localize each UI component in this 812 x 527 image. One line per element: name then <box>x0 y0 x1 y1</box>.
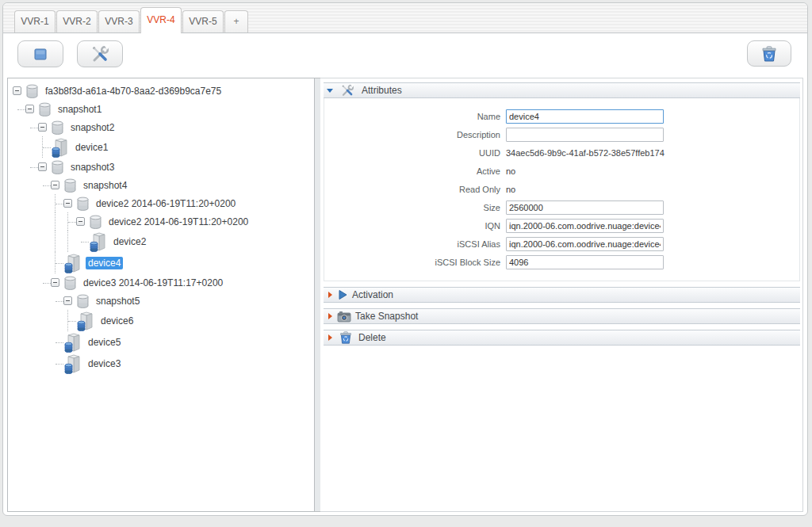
collapse-expander-icon[interactable] <box>76 217 85 226</box>
tab-vvr-1[interactable]: VVR-1 <box>14 10 56 32</box>
field-row-iqn: IQN <box>324 216 799 235</box>
field-row-iscsi-alias: iSCSI Alias <box>324 235 799 253</box>
content-area: fa3b8f3d-a61a-4b70-8aa2-d369b9ca7e75snap… <box>7 78 803 512</box>
add-tab-button[interactable]: + <box>224 10 248 32</box>
database-icon <box>88 215 103 229</box>
database-icon <box>50 120 65 135</box>
trash-icon <box>339 330 353 345</box>
field-label: Name <box>324 112 500 121</box>
collapse-expander-icon[interactable] <box>51 181 59 189</box>
take-snapshot-section-title: Take Snapshot <box>355 309 418 323</box>
tab-vvr-3[interactable]: VVR-3 <box>98 10 140 32</box>
tree-node-fa3b8f3d-a61a-4b70-8aa2-d369b9ca7e75[interactable]: fa3b8f3d-a61a-4b70-8aa2-d369b9ca7e75 <box>8 82 314 100</box>
attributes-section-header[interactable]: Attributes <box>324 82 800 98</box>
server-icon <box>63 353 82 374</box>
tree-node-device5[interactable]: device5 <box>8 331 314 353</box>
tree-node-device4[interactable]: device4 <box>8 252 314 273</box>
delete-vvr-button[interactable] <box>747 40 791 67</box>
iqn-field[interactable] <box>506 219 664 233</box>
panel-splitter[interactable] <box>315 78 320 512</box>
collapse-expander-icon[interactable] <box>38 162 47 171</box>
tree-node-label: device5 <box>86 336 123 349</box>
tree-node-snapshot1[interactable]: snapshot1 <box>8 100 314 118</box>
collapse-expander-icon[interactable] <box>63 296 72 305</box>
database-icon <box>25 84 40 98</box>
iscsi-block-size-field[interactable] <box>506 255 664 269</box>
tree-node-device3[interactable]: device3 <box>8 353 314 374</box>
tab-vvr-4[interactable]: VVR-4 <box>140 7 182 33</box>
field-label: Size <box>324 203 500 212</box>
tree-node-snapshot5[interactable]: snapshot5 <box>8 292 314 310</box>
tree-node-label: device3 2014-06-19T11:17+0200 <box>81 277 225 289</box>
chevron-down-icon <box>327 89 333 93</box>
database-icon <box>75 294 90 308</box>
field-row-uuid: UUID34aec5d6-9b9c-41af-b572-38e57ffeb174 <box>324 143 799 162</box>
play-icon <box>337 289 348 300</box>
tab-bar: VVR-1VVR-2VVR-3VVR-4VVR-5+ <box>3 3 807 33</box>
take-snapshot-section-header[interactable]: Take Snapshot <box>324 308 800 324</box>
tools-icon <box>337 80 358 101</box>
tab-vvr-2[interactable]: VVR-2 <box>56 10 98 32</box>
field-row-description: Description <box>324 125 799 143</box>
server-icon <box>89 231 108 252</box>
field-label: Read Only <box>324 185 500 194</box>
device-tree-panel: fa3b8f3d-a61a-4b70-8aa2-d369b9ca7e75snap… <box>7 78 315 512</box>
tree-node-device2-2014-06-19t11-20-0200[interactable]: device2 2014-06-19T11:20+0200 <box>8 212 314 231</box>
collapse-expander-icon[interactable] <box>38 123 47 132</box>
field-row-size: Size <box>324 198 799 216</box>
activation-section-title: Activation <box>352 288 393 302</box>
tree-node-label: device2 <box>111 235 148 248</box>
server-icon <box>51 137 70 158</box>
collapse-expander-icon[interactable] <box>13 86 21 95</box>
server-icon <box>63 332 82 353</box>
tree-node-label: device1 <box>73 141 110 154</box>
tree-node-label: device6 <box>98 315 136 327</box>
size-field[interactable] <box>506 200 664 215</box>
field-row-name: Name <box>324 107 799 125</box>
activation-section-header[interactable]: Activation <box>324 287 800 303</box>
field-label: iSCSI Block Size <box>324 258 500 267</box>
collapse-expander-icon[interactable] <box>25 105 34 113</box>
tree-node-device6[interactable]: device6 <box>8 310 314 331</box>
read-only-value: no <box>506 185 515 194</box>
field-row-active: Activeno <box>324 162 799 180</box>
field-label: iSCSI Alias <box>324 239 500 249</box>
chevron-right-icon <box>328 313 332 319</box>
server-icon <box>76 311 95 331</box>
database-icon <box>63 178 78 193</box>
iscsi-alias-field[interactable] <box>506 237 664 251</box>
collapse-expander-icon[interactable] <box>51 278 59 287</box>
field-label: UUID <box>324 148 500 158</box>
trash-icon <box>760 45 778 63</box>
tree-node-label: device2 2014-06-19T11:20+0200 <box>106 216 251 228</box>
tree-node-label: snapshot3 <box>68 161 117 174</box>
field-label: Description <box>324 130 500 139</box>
name-field[interactable] <box>506 109 664 124</box>
database-icon <box>37 102 52 116</box>
main-window: VVR-1VVR-2VVR-3VVR-4VVR-5+ fa3b8f3d-a61a… <box>2 2 808 516</box>
stop-button[interactable] <box>17 40 63 67</box>
tree-node-snapshot4[interactable]: snapshot4 <box>8 176 314 194</box>
tree-node-label: fa3b8f3d-a61a-4b70-8aa2-d369b9ca7e75 <box>43 85 224 97</box>
tree-node-label: device3 <box>86 357 123 370</box>
tree-node-device1[interactable]: device1 <box>8 136 314 158</box>
tree-node-label: device4 <box>86 257 123 269</box>
description-field[interactable] <box>506 128 664 142</box>
tools-icon <box>90 44 110 64</box>
stop-icon <box>34 48 47 60</box>
tools-button[interactable] <box>77 40 123 67</box>
tree-node-snapshot2[interactable]: snapshot2 <box>8 118 314 136</box>
delete-section-header[interactable]: Delete <box>324 330 800 346</box>
tree-node-device3-2014-06-19t11-17-0200[interactable]: device3 2014-06-19T11:17+0200 <box>8 273 314 292</box>
database-icon <box>50 160 65 174</box>
tree-node-snapshot3[interactable]: snapshot3 <box>8 158 314 176</box>
tab-vvr-5[interactable]: VVR-5 <box>182 10 224 32</box>
tree-node-device2-2014-06-19t11-20-0200[interactable]: device2 2014-06-19T11:20+0200 <box>8 194 314 212</box>
field-label: Active <box>324 166 500 176</box>
database-icon <box>75 197 90 211</box>
field-row-read-only: Read Onlyno <box>324 180 799 198</box>
field-label: IQN <box>324 221 500 231</box>
collapse-expander-icon[interactable] <box>63 199 72 208</box>
delete-section-title: Delete <box>358 330 386 345</box>
tree-node-device2[interactable]: device2 <box>8 231 314 252</box>
